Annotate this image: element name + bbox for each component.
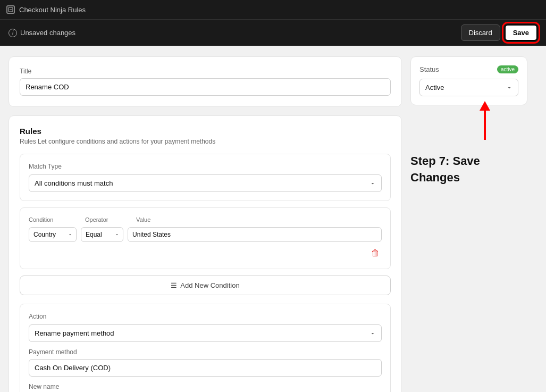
app-title: Checkout Ninja Rules xyxy=(19,6,86,14)
status-select[interactable]: Active Inactive xyxy=(419,79,518,96)
value-col-header: Value xyxy=(136,216,382,223)
match-type-select[interactable]: All conditions must match Any condition … xyxy=(29,174,382,192)
condition-operator-select[interactable]: Equal Not Equal xyxy=(81,227,123,242)
condition-type-select[interactable]: Country City State xyxy=(29,227,77,242)
rules-card: Rules Rules Let configure conditions and… xyxy=(9,115,402,392)
add-condition-label: Add New Condition xyxy=(180,281,239,289)
info-icon: i xyxy=(9,29,17,37)
rules-title: Rules xyxy=(20,127,391,136)
action-box: Action Rename payment method Hide paymen… xyxy=(20,304,391,392)
svg-marker-3 xyxy=(480,101,490,111)
match-type-label: Match Type xyxy=(29,163,382,170)
unsaved-changes-text: Unsaved changes xyxy=(20,29,75,37)
payment-method-label: Payment method xyxy=(29,348,382,356)
payment-method-field: Payment method xyxy=(29,348,382,377)
title-bar: Checkout Ninja Rules xyxy=(0,0,546,19)
discard-button[interactable]: Discard xyxy=(461,24,500,41)
condition-value-input[interactable] xyxy=(128,227,382,242)
add-condition-icon: ☰ xyxy=(171,281,177,289)
top-bar: i Unsaved changes Discard Save xyxy=(0,19,546,46)
title-label: Title xyxy=(20,68,391,75)
action-section: Action Rename payment method Hide paymen… xyxy=(20,304,391,392)
action-label: Action xyxy=(29,313,382,320)
conditions-section: Condition Operator Value Country City St… xyxy=(20,207,391,269)
title-card: Title xyxy=(9,56,402,107)
app-icon xyxy=(6,5,15,14)
condition-col-header: Condition xyxy=(29,216,77,223)
action-type-select[interactable]: Rename payment method Hide payment metho… xyxy=(29,324,382,342)
new-name-field: New name xyxy=(29,383,382,392)
payment-method-input[interactable] xyxy=(29,359,382,377)
rules-subtitle: Rules Let configure conditions and actio… xyxy=(20,138,391,145)
top-bar-actions: Discard Save xyxy=(461,24,537,41)
unsaved-changes-indicator: i Unsaved changes xyxy=(9,29,75,37)
step-annotation: Step 7: Save Changes xyxy=(410,153,527,186)
condition-row: Country City State Equal Not Equal xyxy=(29,227,382,242)
operator-col-header: Operator xyxy=(85,216,128,223)
status-badge: active xyxy=(497,65,518,73)
arrow-container xyxy=(410,100,495,143)
new-name-label: New name xyxy=(29,383,382,390)
status-card: Status active Active Inactive xyxy=(410,56,527,105)
main-content: Title Rules Rules Let configure conditio… xyxy=(0,46,546,392)
delete-condition-wrapper: 🗑 xyxy=(29,246,382,260)
title-input[interactable] xyxy=(20,78,391,96)
delete-condition-icon[interactable]: 🗑 xyxy=(369,246,382,260)
save-button[interactable]: Save xyxy=(505,24,537,41)
match-type-section: Match Type All conditions must match Any… xyxy=(20,154,391,201)
arrow-up-icon xyxy=(474,100,495,143)
status-title: Status xyxy=(419,65,439,73)
left-panel: Title Rules Rules Let configure conditio… xyxy=(9,56,402,381)
status-header: Status active xyxy=(419,65,518,73)
add-condition-button[interactable]: ☰ Add New Condition xyxy=(20,276,391,295)
condition-header: Condition Operator Value xyxy=(29,216,382,223)
right-panel: Status active Active Inactive Step 7: Sa… xyxy=(410,56,527,381)
